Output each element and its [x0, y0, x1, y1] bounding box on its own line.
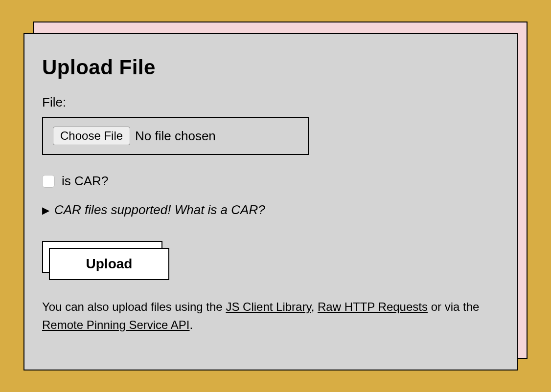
file-status-text: No file chosen	[135, 129, 216, 144]
file-input[interactable]: Choose File No file chosen	[42, 117, 309, 155]
footer-prefix: You can also upload files using the	[42, 300, 226, 313]
footer-sep2: or via the	[428, 300, 479, 313]
file-label: File:	[42, 95, 499, 110]
raw-http-requests-link[interactable]: Raw HTTP Requests	[318, 300, 428, 313]
footer-suffix: .	[190, 318, 193, 331]
upload-panel: Upload File File: Choose File No file ch…	[23, 33, 518, 370]
is-car-label: is CAR?	[62, 174, 108, 189]
remote-pinning-api-link[interactable]: Remote Pinning Service API	[42, 318, 190, 331]
page-title: Upload File	[42, 56, 499, 79]
upload-button[interactable]: Upload	[49, 248, 169, 280]
is-car-checkbox[interactable]	[42, 175, 55, 188]
disclosure-triangle-icon: ▶	[42, 205, 49, 215]
car-details-summary: CAR files supported! What is a CAR?	[54, 202, 265, 218]
js-client-library-link[interactable]: JS Client Library	[226, 300, 311, 313]
footer-text: You can also upload files using the JS C…	[42, 298, 499, 334]
car-details-toggle[interactable]: ▶ CAR files supported! What is a CAR?	[42, 202, 499, 218]
footer-sep1: ,	[311, 300, 318, 313]
choose-file-button[interactable]: Choose File	[53, 127, 130, 145]
